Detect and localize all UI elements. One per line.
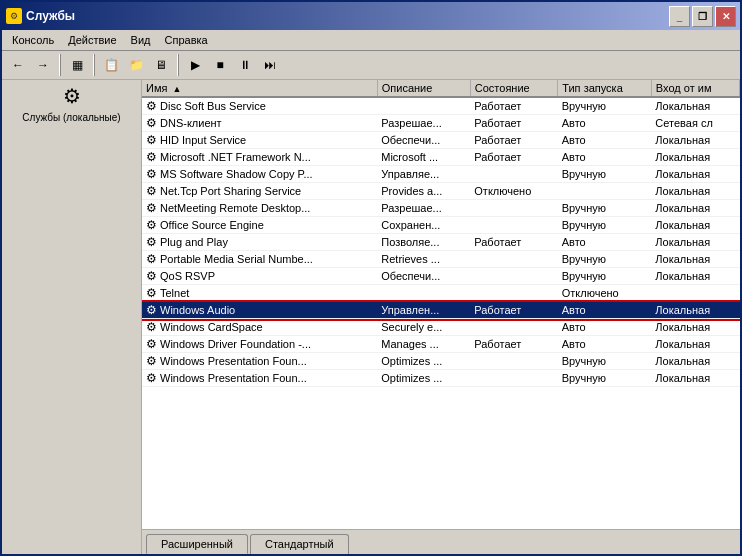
- table-row[interactable]: ⚙Windows Driver Foundation -...Manages .…: [142, 336, 740, 353]
- services-table: Имя ▲ Описание Состояние Тип запуска: [142, 80, 740, 387]
- cell-desc: Разрешае...: [377, 115, 470, 132]
- cell-desc: Optimizes ...: [377, 370, 470, 387]
- cell-name: ⚙Windows Presentation Foun...: [142, 370, 377, 387]
- title-bar: ⚙ Службы _ ❐ ✕: [2, 2, 740, 30]
- col-login-label: Вход от им: [656, 82, 712, 94]
- cell-login: Локальная: [651, 319, 739, 336]
- service-icon: ⚙: [146, 167, 157, 181]
- cell-status: [470, 217, 557, 234]
- service-name-text: DNS-клиент: [160, 117, 222, 129]
- cell-login: Локальная: [651, 251, 739, 268]
- cell-startup: Вручную: [558, 268, 652, 285]
- cell-status: Работает: [470, 115, 557, 132]
- view-button[interactable]: ▦: [65, 54, 89, 76]
- col-name[interactable]: Имя ▲: [142, 80, 377, 97]
- table-row[interactable]: ⚙Portable Media Serial Numbe...Retrieves…: [142, 251, 740, 268]
- cell-desc: Обеспечи...: [377, 132, 470, 149]
- restore-button[interactable]: ❐: [692, 6, 713, 27]
- cell-status: Отключено: [470, 183, 557, 200]
- cell-startup: Авто: [558, 302, 652, 319]
- menu-view[interactable]: Вид: [125, 32, 157, 48]
- col-login[interactable]: Вход от им: [651, 80, 739, 97]
- cell-login: Локальная: [651, 234, 739, 251]
- tab-standard[interactable]: Стандартный: [250, 534, 349, 554]
- service-icon: ⚙: [146, 286, 157, 300]
- col-startup[interactable]: Тип запуска: [558, 80, 652, 97]
- cell-desc: Securely e...: [377, 319, 470, 336]
- service-name-text: MS Software Shadow Copy P...: [160, 168, 313, 180]
- service-icon: ⚙: [146, 320, 157, 334]
- service-name-text: NetMeeting Remote Desktop...: [160, 202, 310, 214]
- cell-name: ⚙Microsoft .NET Framework N...: [142, 149, 377, 166]
- computer-button[interactable]: 🖥: [149, 54, 173, 76]
- table-row[interactable]: ⚙Net.Tcp Port Sharing ServiceProvides a.…: [142, 183, 740, 200]
- service-name-text: Windows Presentation Foun...: [160, 372, 307, 384]
- forward-button[interactable]: →: [31, 54, 55, 76]
- cell-desc: [377, 97, 470, 115]
- copy-button[interactable]: 📋: [99, 54, 123, 76]
- pause-button[interactable]: ⏸: [233, 54, 257, 76]
- service-name-text: Microsoft .NET Framework N...: [160, 151, 311, 163]
- close-button[interactable]: ✕: [715, 6, 736, 27]
- cell-name: ⚙QoS RSVP: [142, 268, 377, 285]
- cell-startup: Отключено: [558, 285, 652, 302]
- back-button[interactable]: ←: [6, 54, 30, 76]
- menu-action[interactable]: Действие: [62, 32, 122, 48]
- cell-startup: Авто: [558, 149, 652, 166]
- service-icon: ⚙: [146, 116, 157, 130]
- stop-button[interactable]: ■: [208, 54, 232, 76]
- cell-login: Локальная: [651, 217, 739, 234]
- cell-login: Локальная: [651, 97, 739, 115]
- cell-status: [470, 166, 557, 183]
- cell-startup: Авто: [558, 115, 652, 132]
- play-button[interactable]: ▶: [183, 54, 207, 76]
- table-row[interactable]: ⚙Windows Presentation Foun...Optimizes .…: [142, 353, 740, 370]
- table-row[interactable]: ⚙NetMeeting Remote Desktop...Разрешае...…: [142, 200, 740, 217]
- table-row[interactable]: ⚙Disc Soft Bus ServiceРаботаетВручнуюЛок…: [142, 97, 740, 115]
- table-row[interactable]: ⚙QoS RSVPОбеспечи...ВручнуюЛокальная: [142, 268, 740, 285]
- service-name-text: Portable Media Serial Numbe...: [160, 253, 313, 265]
- cell-name: ⚙Windows Presentation Foun...: [142, 353, 377, 370]
- cell-status: [470, 268, 557, 285]
- table-row[interactable]: ⚙TelnetОтключено: [142, 285, 740, 302]
- service-name-text: Windows Audio: [160, 304, 235, 316]
- service-icon: ⚙: [146, 235, 157, 249]
- table-row[interactable]: ⚙Windows AudioУправлен...РаботаетАвтоЛок…: [142, 302, 740, 319]
- table-row[interactable]: ⚙MS Software Shadow Copy P...Управляе...…: [142, 166, 740, 183]
- service-icon: ⚙: [146, 303, 157, 317]
- table-row[interactable]: ⚙Windows CardSpaceSecurely e...АвтоЛокал…: [142, 319, 740, 336]
- service-icon: ⚙: [146, 337, 157, 351]
- service-name-text: QoS RSVP: [160, 270, 215, 282]
- cell-startup: Авто: [558, 132, 652, 149]
- service-name-text: Telnet: [160, 287, 189, 299]
- table-row[interactable]: ⚙Plug and PlayПозволяе...РаботаетАвтоЛок…: [142, 234, 740, 251]
- cell-login: Сетевая сл: [651, 115, 739, 132]
- minimize-button[interactable]: _: [669, 6, 690, 27]
- menu-help[interactable]: Справка: [159, 32, 214, 48]
- cell-name: ⚙Windows Driver Foundation -...: [142, 336, 377, 353]
- cell-startup: Вручную: [558, 166, 652, 183]
- tab-extended[interactable]: Расширенный: [146, 534, 248, 554]
- cell-status: [470, 353, 557, 370]
- cell-login: Локальная: [651, 166, 739, 183]
- folder-button[interactable]: 📁: [124, 54, 148, 76]
- col-status[interactable]: Состояние: [470, 80, 557, 97]
- cell-desc: Управлен...: [377, 302, 470, 319]
- table-container[interactable]: Имя ▲ Описание Состояние Тип запуска: [142, 80, 740, 529]
- cell-name: ⚙NetMeeting Remote Desktop...: [142, 200, 377, 217]
- table-row[interactable]: ⚙HID Input ServiceОбеспечи...РаботаетАвт…: [142, 132, 740, 149]
- menu-console[interactable]: Консоль: [6, 32, 60, 48]
- restart-button[interactable]: ⏭: [258, 54, 282, 76]
- cell-login: Локальная: [651, 132, 739, 149]
- table-row[interactable]: ⚙Office Source EngineСохранен...ВручнуюЛ…: [142, 217, 740, 234]
- cell-name: ⚙Plug and Play: [142, 234, 377, 251]
- cell-name: ⚙DNS-клиент: [142, 115, 377, 132]
- col-name-label: Имя: [146, 82, 167, 94]
- cell-status: Работает: [470, 132, 557, 149]
- table-row[interactable]: ⚙Microsoft .NET Framework N...Microsoft …: [142, 149, 740, 166]
- table-row[interactable]: ⚙DNS-клиентРазрешае...РаботаетАвтоСетева…: [142, 115, 740, 132]
- service-icon: ⚙: [146, 99, 157, 113]
- table-row[interactable]: ⚙Windows Presentation Foun...Optimizes .…: [142, 370, 740, 387]
- cell-name: ⚙Disc Soft Bus Service: [142, 97, 377, 115]
- col-desc[interactable]: Описание: [377, 80, 470, 97]
